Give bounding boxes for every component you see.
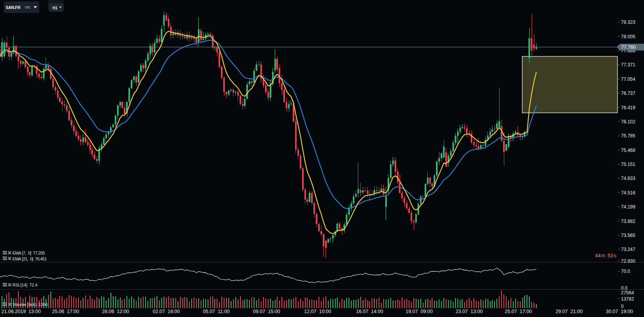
svg-text:76.419: 76.419 [621,105,635,110]
svg-text:19.07 09:00: 19.07 09:00 [406,309,433,314]
svg-text:H1: H1 [52,5,58,10]
svg-text:23.07 13:00: 23.07 13:00 [455,309,483,314]
svg-text:12.07 10:00: 12.07 10:00 [304,309,331,314]
svg-text:21.06.2019 13:00: 21.06.2019 13:00 [2,309,41,314]
svg-text:77.760: 77.760 [621,45,636,50]
svg-text:72.930: 72.930 [621,258,635,264]
svg-text:77.054: 77.054 [621,77,635,82]
svg-text:76.102: 76.102 [621,119,635,125]
svg-text:Volume (tick) 1396: Volume (tick) 1396 [12,302,48,307]
svg-text:73.247: 73.247 [621,247,635,252]
svg-text:70.0: 70.0 [621,269,630,274]
svg-text:75.468: 75.468 [621,148,635,153]
svg-text:29.07 21:00: 29.07 21:00 [555,309,583,314]
svg-text:75.151: 75.151 [621,162,635,167]
svg-text:STC: STC [25,5,31,9]
svg-text:78.005: 78.005 [621,34,635,39]
svg-text:74.833: 74.833 [621,176,635,181]
svg-text:SAN.FR: SAN.FR [6,5,21,10]
svg-text:EMA [7, 0] 77.205: EMA [7, 0] 77.205 [12,251,45,255]
svg-text:28.06 12:00: 28.06 12:00 [102,309,129,314]
svg-text:76.737: 76.737 [621,91,635,96]
svg-text:16.07 14:00: 16.07 14:00 [356,309,383,314]
svg-text:77.371: 77.371 [621,62,635,68]
svg-text:74.199: 74.199 [621,204,635,210]
svg-text:m: m [601,253,605,258]
svg-text:44: 44 [595,253,601,258]
svg-text:30.07 19:00: 30.07 19:00 [606,309,633,314]
svg-text:09.07 15:00: 09.07 15:00 [253,309,280,314]
svg-text:74.516: 74.516 [621,190,635,196]
svg-text:s: s [614,253,617,258]
svg-text:RSI [14] 72.4: RSI [14] 72.4 [12,283,37,287]
svg-text:05.07 11:00: 05.07 11:00 [203,309,230,314]
svg-text:27564: 27564 [621,290,634,296]
svg-text:25.06 17:00: 25.06 17:00 [52,309,79,314]
svg-text:73.565: 73.565 [621,233,635,238]
svg-text:EMA [21, 0] 76.451: EMA [21, 0] 76.451 [12,256,47,261]
svg-text:53: 53 [608,253,613,258]
svg-text:25.07 17:00: 25.07 17:00 [505,309,532,314]
svg-text:73.882: 73.882 [621,219,635,224]
svg-text:13782: 13782 [621,296,634,302]
svg-text:78.323: 78.323 [621,20,635,25]
svg-text:02.07 16:00: 02.07 16:00 [153,309,180,314]
svg-text:75.785: 75.785 [621,133,635,139]
